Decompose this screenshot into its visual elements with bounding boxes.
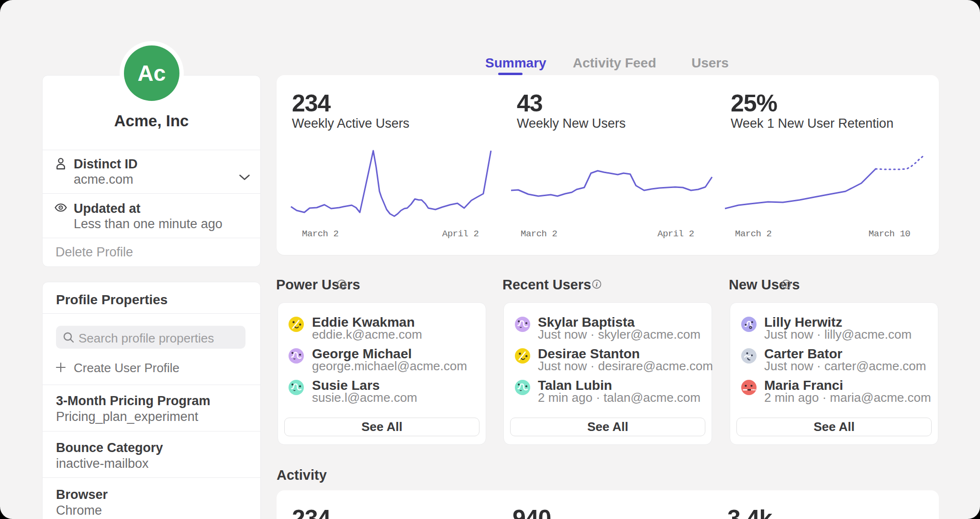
svg-text:i: i — [785, 281, 787, 288]
svg-text:i: i — [596, 281, 598, 288]
svg-text:i: i — [341, 281, 343, 288]
